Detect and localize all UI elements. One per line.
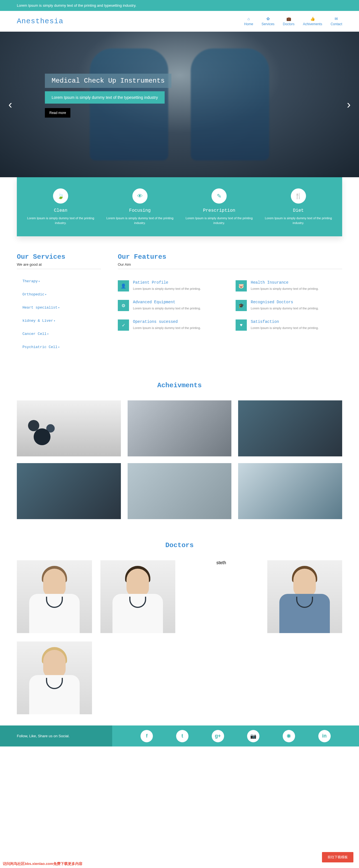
service-psychiatric[interactable]: Psychiatric Cell xyxy=(17,340,101,354)
achievements-section: Acheivments xyxy=(0,370,359,530)
nav-contact[interactable]: ✉Contact xyxy=(331,17,342,26)
dribbble-icon[interactable]: ❋ xyxy=(283,730,295,742)
hero-title: Medical Check Up Instruments xyxy=(45,74,171,88)
eye-icon: 👁 xyxy=(132,188,147,204)
linkedin-icon[interactable]: in xyxy=(318,730,331,742)
facebook-icon[interactable]: f xyxy=(140,730,153,742)
icon-card-prescription: ✎ Prescription Lorem Ipsum is simply dum… xyxy=(184,188,255,225)
features-grid: 👤 Patient ProfileLorem Ipsum is simply d… xyxy=(118,280,342,331)
feature-operations-success: ✓ Operations sucessedLorem Ipsum is simp… xyxy=(118,319,224,331)
icon-card-focusing: 👁 Focusing Lorem Ipsum is simply dummy t… xyxy=(105,188,175,225)
hero-subtitle: Lorem Ipsum is simply dummy text of the … xyxy=(45,91,165,103)
feature-patient-profile: 👤 Patient ProfileLorem Ipsum is simply d… xyxy=(118,280,224,291)
instagram-icon[interactable]: 📷 xyxy=(247,730,259,742)
icon-card-clean: 🍃 Clean Lorem Ipsum is simply dummy text… xyxy=(25,188,96,225)
feature-health-insurance: 🐷 Health InsuranceLorem Ipsum is simply … xyxy=(236,280,342,291)
topbar: Lorem Ipsum is simply dummy text of the … xyxy=(0,0,359,11)
feature-recognised-doctors: 🎓 Recognised DoctorsLorem Ipsum is simpl… xyxy=(236,300,342,311)
pencil-icon: ✎ xyxy=(212,188,227,204)
doctor-image-2[interactable] xyxy=(101,560,175,633)
features-column: Our Features Our Aim 👤 Patient ProfileLo… xyxy=(118,253,342,354)
watermark-text: 访问闲鸟社区bbs.xienlao.com免费下载更多内容 xyxy=(3,861,82,866)
cog-icon: ⚙ xyxy=(118,300,129,311)
doctors-section: Doctors steth xyxy=(0,530,359,725)
envelope-icon: ✉ xyxy=(331,17,342,21)
user-icon: 👤 xyxy=(118,280,129,291)
social-bar: Follow, Like, Share us on Social. f t g+… xyxy=(0,725,359,746)
read-more-button[interactable]: Read more xyxy=(45,108,71,118)
features-title: Our Features xyxy=(118,253,342,261)
main-nav: ⌂Home ✿Services 💼Doctors 👍Achivements ✉C… xyxy=(244,17,342,26)
achievements-grid xyxy=(17,400,342,519)
heart-icon: ♥ xyxy=(236,319,247,331)
hero-slider: ‹ › Medical Check Up Instruments Lorem I… xyxy=(0,32,359,177)
social-text: Follow, Like, Share us on Social. xyxy=(0,725,112,746)
thumbs-up-icon: 👍 xyxy=(303,17,322,21)
achievement-image-5[interactable] xyxy=(128,463,232,519)
service-heart[interactable]: Heart specialist xyxy=(17,301,101,314)
achievement-image-2[interactable] xyxy=(128,400,232,456)
doctors-title: Doctors xyxy=(17,541,342,549)
download-template-button[interactable]: 前往下载模板 xyxy=(322,852,353,862)
hero-prev-button[interactable]: ‹ xyxy=(8,98,12,111)
services-column: Our Services We are good at Therapy Orth… xyxy=(17,253,101,354)
doctor-image-4[interactable] xyxy=(17,642,92,714)
achievement-image-4[interactable] xyxy=(17,463,121,519)
cutlery-icon: 🍴 xyxy=(291,188,306,204)
leaf-icon: 🍃 xyxy=(53,188,68,204)
hero-content: Medical Check Up Instruments Lorem Ipsum… xyxy=(45,74,171,118)
piggy-icon: 🐷 xyxy=(236,280,247,291)
service-orthopedic[interactable]: Orthopedic xyxy=(17,288,101,301)
nav-doctors[interactable]: 💼Doctors xyxy=(283,17,295,26)
service-therapy[interactable]: Therapy xyxy=(17,275,101,288)
doctor-image-3[interactable] xyxy=(267,560,342,633)
service-kidney-liver[interactable]: kidney & Liver xyxy=(17,314,101,327)
nav-services[interactable]: ✿Services xyxy=(262,17,275,26)
google-plus-icon[interactable]: g+ xyxy=(212,730,224,742)
graduation-icon: 🎓 xyxy=(236,300,247,311)
features-subtitle: Our Aim xyxy=(118,262,342,269)
services-title: Our Services xyxy=(17,253,101,261)
spacer: ︿ xyxy=(0,746,359,868)
nav-home[interactable]: ⌂Home xyxy=(244,17,253,26)
check-icon: ✓ xyxy=(118,319,129,331)
feature-satisfaction: ♥ SatisfactionLorem Ipsum is simply dumm… xyxy=(236,319,342,331)
achievement-image-6[interactable] xyxy=(238,463,342,519)
icon-card-diet: 🍴 Diet Lorem Ipsum is simply dummy text … xyxy=(263,188,334,225)
feature-advanced-equipment: ⚙ Advanced EquipmentLorem Ipsum is simpl… xyxy=(118,300,224,311)
achievements-title: Acheivments xyxy=(17,382,342,389)
social-icons: f t g+ 📷 ❋ in xyxy=(112,730,359,742)
topbar-text: Lorem Ipsum is simply dummy text of the … xyxy=(17,3,136,7)
service-cancer[interactable]: Cancer Cell xyxy=(17,327,101,340)
icon-cards-section: 🍃 Clean Lorem Ipsum is simply dummy text… xyxy=(17,177,342,236)
hero-next-button[interactable]: › xyxy=(347,98,351,111)
doctors-grid: steth xyxy=(17,560,342,714)
services-features-section: Our Services We are good at Therapy Orth… xyxy=(0,236,359,370)
logo[interactable]: Anesthesia xyxy=(17,17,63,26)
gear-icon: ✿ xyxy=(262,17,275,21)
services-subtitle: We are good at xyxy=(17,262,101,269)
doctor-image-1[interactable] xyxy=(17,560,92,633)
nav-achievements[interactable]: 👍Achivements xyxy=(303,17,322,26)
home-icon: ⌂ xyxy=(244,17,253,21)
achievement-image-3[interactable] xyxy=(238,400,342,456)
briefcase-icon: 💼 xyxy=(283,17,295,21)
twitter-icon[interactable]: t xyxy=(176,730,189,742)
achievement-image-1[interactable] xyxy=(17,400,121,456)
header: Anesthesia ⌂Home ✿Services 💼Doctors 👍Ach… xyxy=(0,11,359,32)
